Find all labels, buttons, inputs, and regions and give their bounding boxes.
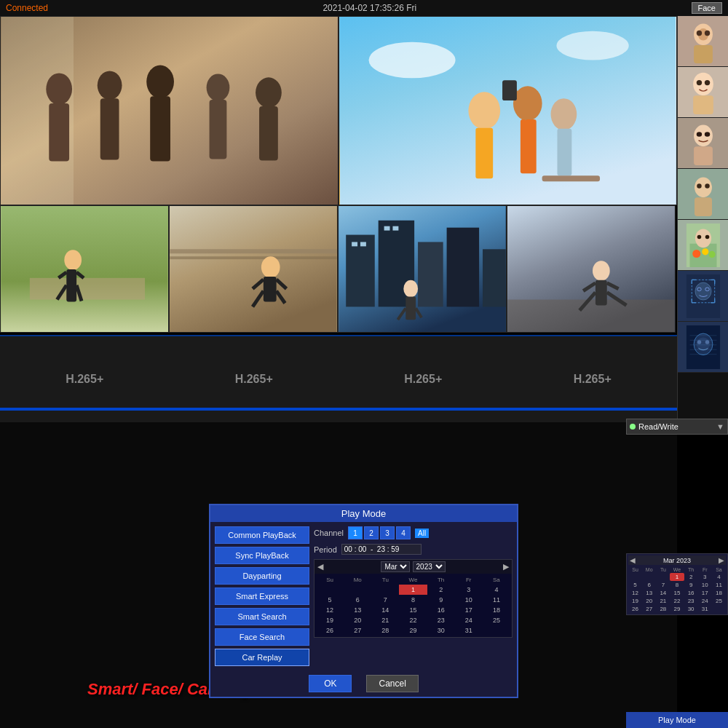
mini-cal-grid: Su Mo Tu We Th Fr Sa 1 234 567 891011 12… xyxy=(628,566,726,613)
svg-rect-58 xyxy=(596,280,607,306)
svg-point-79 xyxy=(705,183,709,188)
svg-point-57 xyxy=(593,261,610,281)
svg-point-78 xyxy=(697,183,701,188)
video-row-bottom xyxy=(0,205,677,333)
mode-smart-search[interactable]: Smart Search xyxy=(215,608,309,625)
right-face-panel xyxy=(677,16,728,424)
period-label: Period xyxy=(314,545,337,554)
mini-cal-prev[interactable]: ◀ xyxy=(630,556,636,564)
svg-point-87 xyxy=(705,234,710,239)
codec-label-1: H.265+ xyxy=(0,373,169,386)
face-thumb-6[interactable] xyxy=(678,271,728,322)
ok-button[interactable]: OK xyxy=(309,675,352,692)
channel-btn-3[interactable]: 3 xyxy=(380,526,395,539)
svg-point-86 xyxy=(697,234,702,239)
video-cell-3[interactable] xyxy=(0,205,169,333)
svg-rect-25 xyxy=(30,278,145,300)
svg-point-71 xyxy=(705,79,710,84)
svg-point-90 xyxy=(695,282,711,300)
svg-rect-65 xyxy=(694,45,713,63)
svg-point-13 xyxy=(368,42,455,79)
dialog-cal-day-3[interactable]: 3 xyxy=(455,585,483,595)
video-cell-4[interactable] xyxy=(169,205,338,333)
svg-point-103 xyxy=(697,337,710,350)
channel-buttons: 1 2 3 4 xyxy=(348,526,411,539)
svg-point-82 xyxy=(692,250,700,258)
channel-btn-2[interactable]: 2 xyxy=(364,526,379,539)
svg-point-4 xyxy=(98,71,122,100)
play-mode-bar[interactable]: Play Mode xyxy=(626,712,728,728)
codec-label-2: H.265+ xyxy=(170,373,339,386)
svg-point-104 xyxy=(697,340,702,344)
channel-all-btn[interactable]: All xyxy=(415,529,429,538)
svg-rect-11 xyxy=(259,106,278,160)
period-input[interactable] xyxy=(341,544,422,555)
svg-rect-21 xyxy=(542,175,600,181)
mini-cal-next[interactable]: ▶ xyxy=(719,556,724,564)
face-thumb-1[interactable] xyxy=(678,16,728,67)
svg-point-70 xyxy=(697,79,702,84)
dialog-title: Play Mode xyxy=(210,505,517,522)
svg-rect-56 xyxy=(507,300,674,332)
mode-car-replay[interactable]: Car Replay xyxy=(215,649,309,666)
svg-rect-32 xyxy=(170,206,336,332)
face-button[interactable]: Face xyxy=(692,2,722,14)
mode-common-playback[interactable]: Common PlayBack xyxy=(215,526,309,544)
svg-point-85 xyxy=(695,229,711,248)
dialog-cal-year-select[interactable]: 2023 xyxy=(413,561,446,572)
codec-label-3: H.265+ xyxy=(339,373,507,386)
mode-sync-playback[interactable]: Sync PlayBack xyxy=(215,547,309,564)
svg-rect-77 xyxy=(695,197,712,216)
svg-rect-18 xyxy=(521,119,537,173)
svg-point-6 xyxy=(146,65,174,98)
datetime-display: 2021-04-02 17:35:26 Fri xyxy=(323,3,416,13)
svg-rect-45 xyxy=(447,228,479,307)
rw-label: Read/Write xyxy=(638,422,678,431)
dialog-cal-prev[interactable]: ◀ xyxy=(317,562,323,571)
face-thumb-4[interactable] xyxy=(678,169,728,220)
video-cell-2[interactable] xyxy=(339,16,677,205)
svg-rect-47 xyxy=(352,242,357,246)
svg-rect-23 xyxy=(502,80,517,100)
svg-rect-20 xyxy=(557,129,571,176)
dialog-cal-day-1[interactable]: 1 xyxy=(399,585,427,595)
svg-point-66 xyxy=(697,30,702,35)
video-cell-1[interactable] xyxy=(0,16,339,205)
svg-rect-42 xyxy=(346,235,375,307)
svg-point-51 xyxy=(403,280,418,298)
dialog-cal-day-4[interactable]: 4 xyxy=(483,585,510,595)
svg-rect-69 xyxy=(693,95,713,114)
dialog-cal-day-2[interactable]: 2 xyxy=(427,585,455,595)
face-thumb-3[interactable] xyxy=(678,118,728,169)
svg-rect-27 xyxy=(66,269,76,301)
channel-row: Channel 1 2 3 4 All xyxy=(314,526,513,539)
video-cell-5[interactable] xyxy=(338,205,507,333)
channel-btn-1[interactable]: 1 xyxy=(348,526,363,539)
cancel-button[interactable]: Cancel xyxy=(366,675,418,692)
mode-dayparting[interactable]: Dayparting xyxy=(215,567,309,585)
dialog-cal-header: ◀ Mar 2023 ▶ xyxy=(314,560,512,574)
svg-point-67 xyxy=(705,30,710,35)
rw-bar: Read/Write ▼ xyxy=(626,419,728,435)
svg-point-35 xyxy=(261,256,280,278)
channel-label: Channel xyxy=(314,529,344,537)
dialog-calendar: ◀ Mar 2023 ▶ Su Mo Tu We xyxy=(314,559,513,638)
mini-cal-header: ◀ Mar 2023 ▶ xyxy=(628,555,726,565)
svg-rect-48 xyxy=(360,242,366,246)
channel-btn-4[interactable]: 4 xyxy=(396,526,411,539)
mode-smart-express[interactable]: Smart Express xyxy=(215,587,309,605)
dialog-cal-next[interactable]: ▶ xyxy=(503,562,509,571)
video-cell-6[interactable] xyxy=(507,205,676,333)
play-mode-dialog: Play Mode Common PlayBack Sync PlayBack … xyxy=(209,504,518,698)
mode-face-search[interactable]: Face Search xyxy=(215,628,309,646)
rw-dropdown[interactable]: Read/Write ▼ xyxy=(626,419,728,435)
svg-point-74 xyxy=(697,132,702,136)
period-row: Period xyxy=(314,544,513,555)
face-thumb-5[interactable] xyxy=(678,220,728,271)
svg-rect-16 xyxy=(475,128,493,178)
dialog-cal-month-select[interactable]: Mar xyxy=(381,561,410,572)
connection-status: Connected xyxy=(6,3,48,13)
face-thumb-7[interactable] xyxy=(678,322,728,373)
face-thumb-2[interactable] xyxy=(678,67,728,118)
svg-rect-24 xyxy=(1,206,167,332)
